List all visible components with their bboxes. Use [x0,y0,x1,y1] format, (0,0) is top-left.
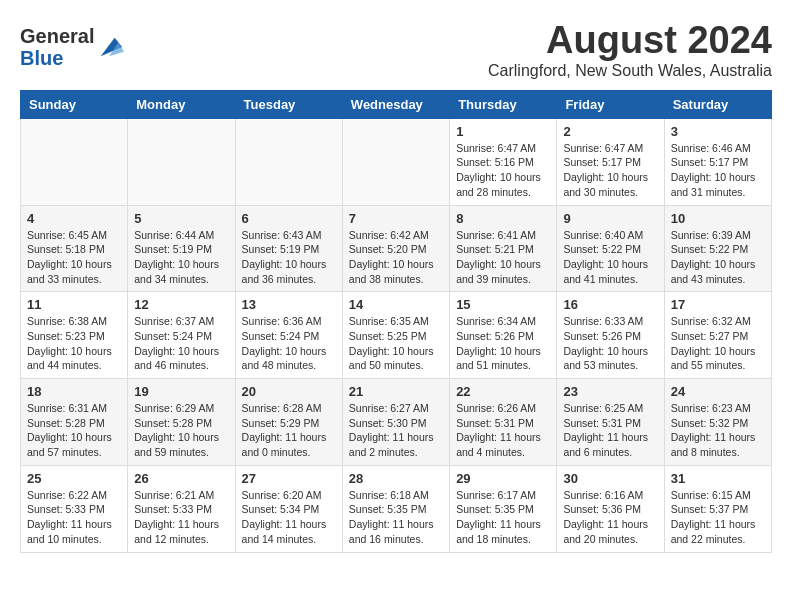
calendar-cell: 14Sunrise: 6:35 AM Sunset: 5:25 PM Dayli… [342,292,449,379]
day-info: Sunrise: 6:39 AM Sunset: 5:22 PM Dayligh… [671,228,765,287]
day-number: 29 [456,471,550,486]
day-info: Sunrise: 6:37 AM Sunset: 5:24 PM Dayligh… [134,314,228,373]
day-number: 13 [242,297,336,312]
day-number: 6 [242,211,336,226]
calendar-cell: 2Sunrise: 6:47 AM Sunset: 5:17 PM Daylig… [557,118,664,205]
day-info: Sunrise: 6:18 AM Sunset: 5:35 PM Dayligh… [349,488,443,547]
calendar-cell: 17Sunrise: 6:32 AM Sunset: 5:27 PM Dayli… [664,292,771,379]
calendar-cell: 31Sunrise: 6:15 AM Sunset: 5:37 PM Dayli… [664,465,771,552]
location-subtitle: Carlingford, New South Wales, Australia [488,62,772,80]
day-number: 8 [456,211,550,226]
day-number: 9 [563,211,657,226]
calendar-cell [128,118,235,205]
day-number: 22 [456,384,550,399]
calendar-cell: 20Sunrise: 6:28 AM Sunset: 5:29 PM Dayli… [235,379,342,466]
calendar-cell: 8Sunrise: 6:41 AM Sunset: 5:21 PM Daylig… [450,205,557,292]
day-info: Sunrise: 6:36 AM Sunset: 5:24 PM Dayligh… [242,314,336,373]
calendar-cell: 1Sunrise: 6:47 AM Sunset: 5:16 PM Daylig… [450,118,557,205]
day-number: 4 [27,211,121,226]
calendar-cell: 26Sunrise: 6:21 AM Sunset: 5:33 PM Dayli… [128,465,235,552]
calendar-cell: 18Sunrise: 6:31 AM Sunset: 5:28 PM Dayli… [21,379,128,466]
day-info: Sunrise: 6:29 AM Sunset: 5:28 PM Dayligh… [134,401,228,460]
calendar-cell: 12Sunrise: 6:37 AM Sunset: 5:24 PM Dayli… [128,292,235,379]
calendar-cell: 27Sunrise: 6:20 AM Sunset: 5:34 PM Dayli… [235,465,342,552]
day-number: 17 [671,297,765,312]
calendar-cell: 4Sunrise: 6:45 AM Sunset: 5:18 PM Daylig… [21,205,128,292]
calendar-cell: 16Sunrise: 6:33 AM Sunset: 5:26 PM Dayli… [557,292,664,379]
calendar-cell: 15Sunrise: 6:34 AM Sunset: 5:26 PM Dayli… [450,292,557,379]
day-info: Sunrise: 6:25 AM Sunset: 5:31 PM Dayligh… [563,401,657,460]
day-info: Sunrise: 6:45 AM Sunset: 5:18 PM Dayligh… [27,228,121,287]
calendar-cell: 13Sunrise: 6:36 AM Sunset: 5:24 PM Dayli… [235,292,342,379]
weekday-header-wednesday: Wednesday [342,90,449,118]
calendar-cell: 7Sunrise: 6:42 AM Sunset: 5:20 PM Daylig… [342,205,449,292]
day-number: 19 [134,384,228,399]
day-number: 24 [671,384,765,399]
day-number: 2 [563,124,657,139]
page-header: General Blue August 2024 Carlingford, Ne… [20,20,772,80]
day-number: 3 [671,124,765,139]
calendar-cell: 24Sunrise: 6:23 AM Sunset: 5:32 PM Dayli… [664,379,771,466]
day-number: 7 [349,211,443,226]
calendar-cell [342,118,449,205]
day-info: Sunrise: 6:26 AM Sunset: 5:31 PM Dayligh… [456,401,550,460]
calendar-week-row: 1Sunrise: 6:47 AM Sunset: 5:16 PM Daylig… [21,118,772,205]
day-info: Sunrise: 6:20 AM Sunset: 5:34 PM Dayligh… [242,488,336,547]
calendar-cell: 29Sunrise: 6:17 AM Sunset: 5:35 PM Dayli… [450,465,557,552]
calendar-cell: 28Sunrise: 6:18 AM Sunset: 5:35 PM Dayli… [342,465,449,552]
day-number: 12 [134,297,228,312]
calendar-cell: 23Sunrise: 6:25 AM Sunset: 5:31 PM Dayli… [557,379,664,466]
day-info: Sunrise: 6:38 AM Sunset: 5:23 PM Dayligh… [27,314,121,373]
day-number: 20 [242,384,336,399]
calendar-week-row: 25Sunrise: 6:22 AM Sunset: 5:33 PM Dayli… [21,465,772,552]
day-info: Sunrise: 6:32 AM Sunset: 5:27 PM Dayligh… [671,314,765,373]
calendar-cell: 21Sunrise: 6:27 AM Sunset: 5:30 PM Dayli… [342,379,449,466]
calendar-table: SundayMondayTuesdayWednesdayThursdayFrid… [20,90,772,553]
day-info: Sunrise: 6:47 AM Sunset: 5:17 PM Dayligh… [563,141,657,200]
calendar-week-row: 4Sunrise: 6:45 AM Sunset: 5:18 PM Daylig… [21,205,772,292]
weekday-header-monday: Monday [128,90,235,118]
calendar-cell: 30Sunrise: 6:16 AM Sunset: 5:36 PM Dayli… [557,465,664,552]
day-number: 14 [349,297,443,312]
day-info: Sunrise: 6:46 AM Sunset: 5:17 PM Dayligh… [671,141,765,200]
day-info: Sunrise: 6:42 AM Sunset: 5:20 PM Dayligh… [349,228,443,287]
logo: General Blue [20,25,124,69]
day-info: Sunrise: 6:16 AM Sunset: 5:36 PM Dayligh… [563,488,657,547]
weekday-header-saturday: Saturday [664,90,771,118]
day-info: Sunrise: 6:43 AM Sunset: 5:19 PM Dayligh… [242,228,336,287]
day-number: 21 [349,384,443,399]
day-info: Sunrise: 6:15 AM Sunset: 5:37 PM Dayligh… [671,488,765,547]
day-number: 31 [671,471,765,486]
calendar-header-row: SundayMondayTuesdayWednesdayThursdayFrid… [21,90,772,118]
day-info: Sunrise: 6:28 AM Sunset: 5:29 PM Dayligh… [242,401,336,460]
day-info: Sunrise: 6:47 AM Sunset: 5:16 PM Dayligh… [456,141,550,200]
day-info: Sunrise: 6:27 AM Sunset: 5:30 PM Dayligh… [349,401,443,460]
weekday-header-sunday: Sunday [21,90,128,118]
day-number: 18 [27,384,121,399]
day-number: 23 [563,384,657,399]
day-number: 1 [456,124,550,139]
calendar-cell: 25Sunrise: 6:22 AM Sunset: 5:33 PM Dayli… [21,465,128,552]
calendar-week-row: 11Sunrise: 6:38 AM Sunset: 5:23 PM Dayli… [21,292,772,379]
calendar-cell: 3Sunrise: 6:46 AM Sunset: 5:17 PM Daylig… [664,118,771,205]
calendar-cell: 10Sunrise: 6:39 AM Sunset: 5:22 PM Dayli… [664,205,771,292]
calendar-cell [21,118,128,205]
calendar-cell: 22Sunrise: 6:26 AM Sunset: 5:31 PM Dayli… [450,379,557,466]
day-number: 27 [242,471,336,486]
calendar-cell: 6Sunrise: 6:43 AM Sunset: 5:19 PM Daylig… [235,205,342,292]
day-number: 26 [134,471,228,486]
day-info: Sunrise: 6:35 AM Sunset: 5:25 PM Dayligh… [349,314,443,373]
day-number: 16 [563,297,657,312]
day-info: Sunrise: 6:41 AM Sunset: 5:21 PM Dayligh… [456,228,550,287]
day-number: 28 [349,471,443,486]
day-info: Sunrise: 6:17 AM Sunset: 5:35 PM Dayligh… [456,488,550,547]
weekday-header-friday: Friday [557,90,664,118]
day-info: Sunrise: 6:33 AM Sunset: 5:26 PM Dayligh… [563,314,657,373]
day-number: 30 [563,471,657,486]
weekday-header-thursday: Thursday [450,90,557,118]
day-info: Sunrise: 6:34 AM Sunset: 5:26 PM Dayligh… [456,314,550,373]
day-info: Sunrise: 6:44 AM Sunset: 5:19 PM Dayligh… [134,228,228,287]
weekday-header-tuesday: Tuesday [235,90,342,118]
calendar-cell: 11Sunrise: 6:38 AM Sunset: 5:23 PM Dayli… [21,292,128,379]
day-number: 15 [456,297,550,312]
